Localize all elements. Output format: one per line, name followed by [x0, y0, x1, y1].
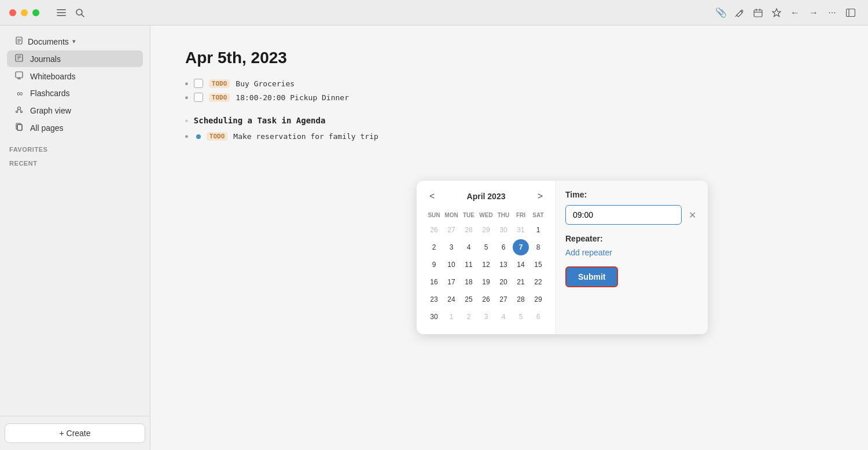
calendar-icon[interactable]: [750, 5, 766, 21]
calendar-day[interactable]: 20: [495, 274, 512, 290]
task-item: ● TODO Make reservation for family trip: [185, 132, 833, 141]
sidebar-item-documents[interactable]: Documents ▾: [7, 33, 143, 50]
maximize-button[interactable]: [32, 9, 39, 16]
svg-line-26: [17, 109, 19, 111]
whiteboards-icon: [14, 71, 24, 81]
calendar-day[interactable]: 29: [478, 222, 494, 238]
calendar-day[interactable]: 12: [478, 257, 494, 273]
time-input[interactable]: [565, 205, 682, 225]
calendar-day[interactable]: 26: [478, 291, 494, 308]
calendar-day[interactable]: 17: [443, 274, 459, 290]
search-icon[interactable]: [72, 5, 88, 21]
create-button[interactable]: + Create: [5, 423, 145, 443]
minimize-button[interactable]: [21, 9, 28, 16]
calendar-header: < April 2023 >: [426, 190, 546, 203]
sidebar-item-whiteboards[interactable]: Whiteboards: [7, 68, 143, 85]
flashcards-icon: ∞: [14, 89, 24, 98]
submit-button[interactable]: Submit: [565, 266, 618, 287]
calendar-day[interactable]: 9: [426, 257, 442, 273]
calendar-day[interactable]: 7: [513, 239, 529, 255]
calendar-day[interactable]: 16: [426, 274, 442, 290]
time-label: Time:: [565, 190, 698, 199]
todo-checkbox-2[interactable]: [194, 93, 203, 102]
sidebar-item-journals[interactable]: Journals: [7, 50, 143, 67]
calendar-day[interactable]: 3: [443, 239, 459, 255]
star-icon[interactable]: [768, 5, 785, 21]
add-repeater-link[interactable]: Add repeater: [565, 248, 698, 257]
bullet-icon: ●: [185, 81, 188, 86]
calendar-next-button[interactable]: >: [534, 190, 546, 203]
calendar-day[interactable]: 15: [530, 257, 546, 273]
todo-checkbox-1[interactable]: [194, 79, 203, 88]
close-button[interactable]: [9, 9, 16, 16]
sidebar-item-flashcards[interactable]: ∞ Flashcards: [7, 85, 143, 101]
time-clear-button[interactable]: ✕: [686, 207, 698, 223]
sidebar-item-graph-view[interactable]: Graph view: [7, 102, 143, 119]
calendar-day[interactable]: 26: [426, 222, 442, 238]
svg-rect-20: [16, 72, 23, 78]
calendar-day[interactable]: 28: [461, 222, 477, 238]
calendar-prev-button[interactable]: <: [426, 190, 438, 203]
pen-icon[interactable]: [731, 5, 748, 21]
back-icon[interactable]: ←: [787, 5, 803, 21]
hamburger-menu-icon[interactable]: [53, 5, 69, 21]
svg-rect-6: [754, 10, 762, 17]
calendar-month-label: April 2023: [467, 192, 506, 201]
calendar-day[interactable]: 27: [443, 222, 459, 238]
sidebar-toggle-icon[interactable]: [843, 5, 859, 21]
titlebar-left-icons: [53, 5, 88, 21]
calendar-day-header: MON: [443, 210, 459, 221]
calendar-day[interactable]: 24: [443, 291, 459, 308]
calendar-day[interactable]: 30: [495, 222, 512, 238]
all-pages-label: All pages: [30, 123, 64, 133]
sidebar-bottom: + Create: [0, 416, 150, 450]
main-content: Apr 5th, 2023 ● TODO Buy Groceries ● TOD…: [150, 25, 868, 450]
calendar-day[interactable]: 29: [530, 291, 546, 308]
calendar-day[interactable]: 10: [443, 257, 459, 273]
calendar-day[interactable]: 2: [426, 239, 442, 255]
calendar-day[interactable]: 21: [513, 274, 529, 290]
calendar-day[interactable]: 4: [495, 309, 512, 325]
time-section: Time: ✕ Repeater: Add repeater Submit: [556, 181, 708, 334]
calendar-day[interactable]: 18: [461, 274, 477, 290]
task-text: Make reservation for family trip: [233, 132, 378, 141]
calendar-day[interactable]: 31: [513, 222, 529, 238]
calendar-day[interactable]: 2: [461, 309, 477, 325]
calendar-day-header: THU: [495, 210, 512, 221]
calendar-day[interactable]: 28: [513, 291, 529, 308]
list-item: ● TODO Buy Groceries: [185, 79, 833, 88]
calendar-section: < April 2023 > SUNMONTUEWEDTHUFRISAT2627…: [417, 181, 556, 334]
calendar-day[interactable]: 5: [478, 239, 494, 255]
forward-icon[interactable]: →: [806, 5, 822, 21]
sidebar-top: Documents ▾ Journals: [0, 25, 150, 141]
calendar-day[interactable]: 6: [530, 309, 546, 325]
attach-icon[interactable]: 📎: [713, 5, 729, 21]
calendar-day-header: TUE: [461, 210, 477, 221]
calendar-day[interactable]: 1: [530, 222, 546, 238]
calendar-day[interactable]: 3: [478, 309, 494, 325]
calendar-day[interactable]: 13: [495, 257, 512, 273]
calendar-day[interactable]: 30: [426, 309, 442, 325]
calendar-day[interactable]: 1: [443, 309, 459, 325]
todo-badge-1: TODO: [209, 79, 230, 88]
svg-rect-0: [57, 9, 66, 10]
calendar-day[interactable]: 11: [461, 257, 477, 273]
calendar-day[interactable]: 22: [530, 274, 546, 290]
calendar-day[interactable]: 23: [426, 291, 442, 308]
calendar-day[interactable]: 14: [513, 257, 529, 273]
calendar-day[interactable]: 4: [461, 239, 477, 255]
documents-chevron-icon: ▾: [72, 38, 76, 45]
calendar-day[interactable]: 19: [478, 274, 494, 290]
more-icon[interactable]: ···: [824, 5, 840, 21]
journals-label: Journals: [30, 54, 61, 64]
calendar-day[interactable]: 6: [495, 239, 512, 255]
bullet-icon: ●: [185, 95, 188, 100]
calendar-day[interactable]: 5: [513, 309, 529, 325]
sidebar-item-all-pages[interactable]: All pages: [7, 119, 143, 136]
flashcards-label: Flashcards: [30, 89, 69, 98]
app-body: Documents ▾ Journals: [0, 25, 868, 450]
calendar-day[interactable]: 27: [495, 291, 512, 308]
calendar-day[interactable]: 8: [530, 239, 546, 255]
graph-view-icon: [14, 105, 24, 115]
calendar-day[interactable]: 25: [461, 291, 477, 308]
